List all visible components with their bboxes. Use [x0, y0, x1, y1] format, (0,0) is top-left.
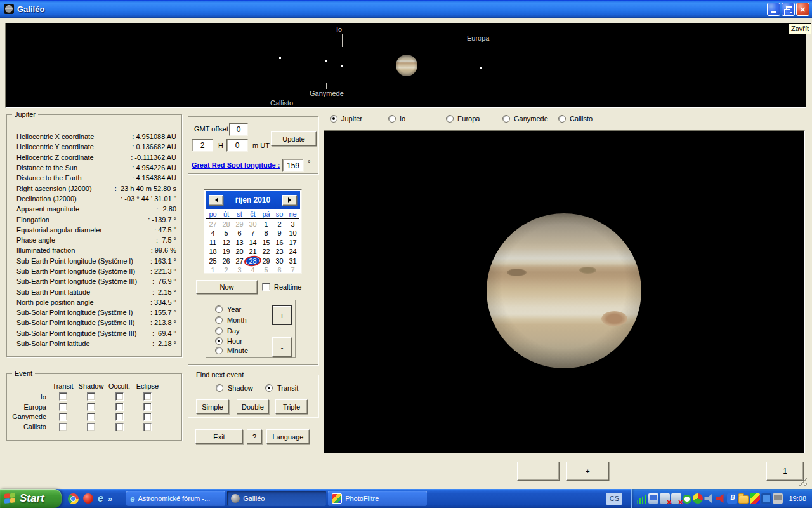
calendar-day[interactable]: 14	[246, 238, 259, 247]
calendar-day[interactable]: 31	[286, 257, 299, 265]
planet-view[interactable]	[324, 130, 805, 453]
calendar-day[interactable]: 18	[206, 247, 219, 256]
folder-sync-icon[interactable]	[738, 495, 749, 504]
calendar-day[interactable]: 7	[246, 229, 259, 237]
calendar-day[interactable]: 4	[206, 229, 219, 237]
double-button[interactable]: Double	[237, 399, 269, 414]
internet-explorer-icon[interactable]: e	[98, 493, 103, 504]
calendar-prev-button[interactable]	[209, 195, 223, 206]
language-button[interactable]: Language	[266, 429, 310, 444]
calendar-day[interactable]: 1	[206, 265, 219, 274]
event-checkbox-europa-transit[interactable]	[59, 403, 67, 411]
event-checkbox-ganymede-shadow[interactable]	[87, 413, 95, 421]
view-radio-europa[interactable]: Europa	[446, 115, 480, 123]
volume-icon[interactable]	[704, 493, 714, 504]
now-button[interactable]: Now	[196, 280, 258, 294]
antivirus-icon[interactable]	[683, 495, 691, 504]
calendar-day[interactable]: 17	[286, 238, 299, 247]
calendar-day[interactable]: 16	[273, 238, 286, 247]
help-button[interactable]: ?	[247, 429, 262, 444]
calendar-next-button[interactable]	[282, 195, 297, 206]
step-minus-button[interactable]: -	[272, 337, 292, 357]
calendar-day[interactable]: 28	[219, 220, 233, 229]
calendar-day[interactable]: 12	[219, 238, 233, 247]
event-checkbox-callisto-occult[interactable]	[115, 423, 124, 431]
calendar-day[interactable]: 2	[273, 220, 286, 229]
task-photofiltre[interactable]: PhotoFiltre	[328, 491, 427, 506]
display-settings-icon[interactable]	[761, 493, 771, 504]
calendar-day[interactable]: 23	[273, 247, 286, 256]
zoom-in-button[interactable]: +	[566, 462, 609, 481]
calendar-day[interactable]: 24	[286, 247, 299, 256]
event-checkbox-io-occult[interactable]	[115, 392, 124, 401]
step-option-month[interactable]: Month	[215, 316, 247, 324]
triple-button[interactable]: Triple	[275, 399, 308, 414]
view-radio-callisto[interactable]: Callisto	[558, 115, 593, 123]
calendar-day[interactable]: 5	[219, 229, 233, 237]
exit-button[interactable]: Exit	[195, 429, 243, 444]
event-checkbox-europa-shadow[interactable]	[87, 403, 95, 411]
view-radio-jupiter[interactable]: Jupiter	[330, 115, 362, 123]
event-checkbox-europa-eclipse[interactable]	[143, 403, 152, 411]
step-option-year[interactable]: Year	[215, 305, 241, 313]
gmt-offset-input[interactable]	[229, 123, 248, 136]
step-option-day[interactable]: Day	[215, 327, 240, 335]
sky-view[interactable]: Io Europa Ganymede Callisto	[5, 23, 806, 108]
task-browser[interactable]: e Astronomické fórum -...	[126, 491, 225, 506]
calendar-day[interactable]: 11	[206, 238, 219, 247]
calendar-day[interactable]: 6	[233, 229, 246, 237]
chevron-more-icon[interactable]: »	[108, 494, 112, 504]
calendar-day-selected[interactable]: 28	[246, 257, 259, 265]
calendar-day[interactable]: 29	[233, 220, 246, 229]
calendar-day[interactable]: 25	[206, 257, 219, 265]
minimize-button[interactable]	[767, 3, 780, 16]
find-shadow-radio[interactable]	[216, 384, 223, 392]
great-red-spot-link[interactable]: Great Red Spot longitude :	[192, 161, 280, 169]
calendar-day[interactable]: 5	[259, 265, 273, 274]
calendar-day[interactable]: 27	[206, 220, 219, 229]
calendar-day[interactable]: 10	[286, 229, 299, 237]
event-checkbox-europa-occult[interactable]	[115, 403, 124, 411]
hour-input[interactable]	[192, 139, 213, 152]
view-radio-io[interactable]: Io	[388, 115, 405, 123]
calendar-day[interactable]: 15	[259, 238, 273, 247]
graphics-settings-icon[interactable]	[750, 493, 760, 504]
calendar-day[interactable]: 29	[259, 257, 273, 265]
event-checkbox-io-shadow[interactable]	[87, 392, 95, 401]
calendar-day[interactable]: 30	[246, 220, 259, 229]
calendar-day[interactable]: 6	[273, 265, 286, 274]
event-checkbox-io-transit[interactable]	[59, 392, 67, 401]
close-button[interactable]: ×	[796, 3, 809, 16]
event-checkbox-io-eclipse[interactable]	[143, 392, 152, 401]
minute-input[interactable]	[226, 139, 248, 152]
calendar-day[interactable]: 4	[246, 265, 259, 274]
zoom-out-button[interactable]: -	[517, 462, 560, 481]
calendar-day[interactable]: 21	[246, 247, 259, 256]
calendar-day[interactable]: 3	[286, 220, 299, 229]
view-radio-ganymede[interactable]: Ganymede	[502, 115, 548, 123]
start-button[interactable]: Start	[0, 489, 62, 508]
calendar-day[interactable]: 2	[219, 265, 233, 274]
event-checkbox-callisto-transit[interactable]	[59, 423, 67, 431]
calendar-day[interactable]: 22	[259, 247, 273, 256]
calendar-day[interactable]: 9	[273, 229, 286, 237]
great-red-spot-input[interactable]	[282, 159, 304, 172]
media-player-icon[interactable]	[83, 493, 93, 504]
event-checkbox-callisto-eclipse[interactable]	[143, 423, 152, 431]
simple-button[interactable]: Simple	[196, 399, 229, 414]
step-plus-button[interactable]: +	[272, 305, 292, 325]
calendar-day[interactable]: 26	[219, 257, 233, 265]
event-checkbox-ganymede-occult[interactable]	[115, 413, 124, 421]
step-option-minute[interactable]: Minute	[215, 347, 248, 354]
calendar-day[interactable]: 13	[233, 238, 246, 247]
network-disconnected-icon-2[interactable]	[671, 493, 681, 504]
wireless-network-icon[interactable]	[648, 493, 658, 504]
calendar-day[interactable]: 30	[273, 257, 286, 265]
calendar-day[interactable]: 8	[259, 229, 273, 237]
bluetooth-icon[interactable]	[727, 493, 737, 504]
task-galileo[interactable]: Galiléo	[227, 491, 326, 506]
update-button[interactable]: Update	[271, 131, 317, 146]
signal-strength-icon[interactable]	[637, 493, 647, 504]
language-indicator[interactable]: CS	[606, 493, 622, 505]
realtime-checkbox[interactable]	[262, 283, 270, 291]
